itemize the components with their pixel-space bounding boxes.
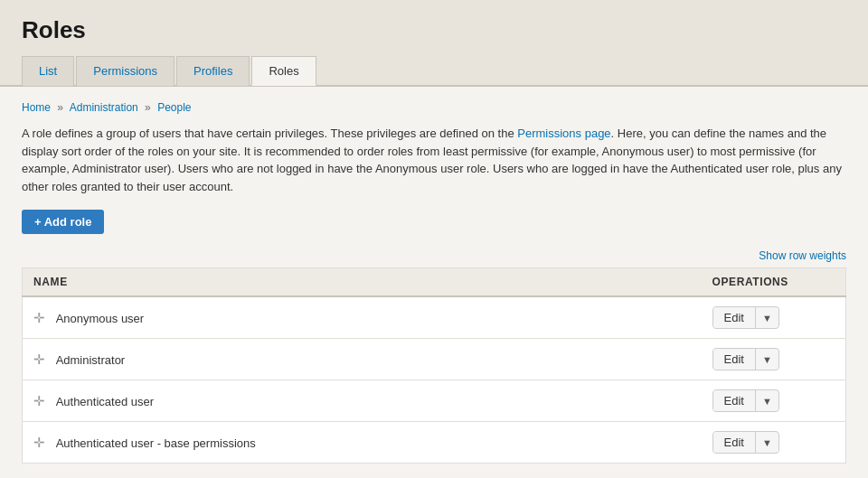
tab-permissions[interactable]: Permissions — [76, 56, 175, 86]
ops-cell-anonymous: Edit ▼ — [702, 296, 846, 339]
table-row: ✛ Authenticated user - base permissions … — [23, 422, 846, 464]
drag-handle-authenticated[interactable]: ✛ — [33, 393, 45, 409]
description-text: A role defines a group of users that hav… — [22, 125, 846, 195]
col-name: NAME — [23, 268, 702, 297]
edit-btn-group-administrator: Edit ▼ — [712, 348, 779, 370]
edit-dropdown-authenticated-base[interactable]: ▼ — [756, 434, 778, 452]
breadcrumb: Home » Administration » People — [22, 101, 846, 114]
description-part1: A role defines a group of users that hav… — [22, 127, 517, 140]
breadcrumb-administration[interactable]: Administration — [70, 101, 138, 114]
role-name-cell: ✛ Authenticated user - base permissions — [23, 422, 702, 464]
ops-cell-authenticated-base: Edit ▼ — [702, 422, 846, 464]
edit-button-authenticated[interactable]: Edit — [713, 390, 756, 411]
table-row: ✛ Authenticated user Edit ▼ — [23, 380, 846, 422]
ops-cell-authenticated: Edit ▼ — [702, 380, 846, 422]
table-row: ✛ Anonymous user Edit ▼ — [23, 296, 846, 339]
col-operations: OPERATIONS — [702, 268, 846, 297]
edit-btn-group-authenticated: Edit ▼ — [712, 389, 779, 412]
show-row-weights-container: Show row weights — [22, 248, 846, 262]
edit-dropdown-administrator[interactable]: ▼ — [756, 351, 778, 369]
role-name-cell: ✛ Administrator — [23, 339, 702, 380]
drag-handle-anonymous[interactable]: ✛ — [33, 310, 45, 326]
tabs-bar: List Permissions Profiles Roles — [0, 55, 868, 86]
edit-button-authenticated-base[interactable]: Edit — [713, 432, 756, 453]
breadcrumb-sep-2: » — [145, 101, 151, 114]
role-name-authenticated-base: Authenticated user - base permissions — [56, 436, 256, 449]
role-name-cell: ✛ Anonymous user — [23, 296, 702, 339]
edit-button-anonymous[interactable]: Edit — [713, 307, 756, 328]
roles-table: NAME OPERATIONS ✛ Anonymous user Edit ▼ — [22, 267, 846, 464]
add-role-button[interactable]: + Add role — [22, 210, 104, 234]
drag-handle-authenticated-base[interactable]: ✛ — [33, 435, 45, 451]
edit-button-administrator[interactable]: Edit — [713, 349, 756, 370]
permissions-page-link[interactable]: Permissions page — [517, 127, 610, 140]
page-title: Roles — [22, 16, 846, 44]
edit-btn-group-authenticated-base: Edit ▼ — [712, 431, 779, 454]
tab-profiles[interactable]: Profiles — [176, 56, 250, 86]
page-wrapper: Roles List Permissions Profiles Roles Ho… — [0, 0, 868, 478]
breadcrumb-people[interactable]: People — [157, 101, 191, 114]
edit-dropdown-anonymous[interactable]: ▼ — [756, 309, 778, 327]
role-name-anonymous: Anonymous user — [56, 311, 145, 324]
show-row-weights-link[interactable]: Show row weights — [759, 249, 846, 262]
main-content: Home » Administration » People A role de… — [0, 86, 868, 478]
breadcrumb-home[interactable]: Home — [22, 101, 51, 114]
tab-list[interactable]: List — [22, 56, 74, 86]
tab-roles[interactable]: Roles — [251, 56, 316, 86]
table-header-row: NAME OPERATIONS — [23, 268, 846, 297]
role-name-cell: ✛ Authenticated user — [23, 380, 702, 422]
drag-handle-administrator[interactable]: ✛ — [33, 351, 45, 368]
edit-btn-group-anonymous: Edit ▼ — [712, 306, 779, 329]
table-header: NAME OPERATIONS — [23, 268, 846, 297]
role-name-administrator: Administrator — [56, 352, 126, 366]
role-name-authenticated: Authenticated user — [56, 394, 154, 408]
table-body: ✛ Anonymous user Edit ▼ ✛ Administrator — [23, 296, 846, 464]
table-row: ✛ Administrator Edit ▼ — [23, 339, 846, 380]
edit-dropdown-authenticated[interactable]: ▼ — [756, 392, 778, 410]
page-title-bar: Roles — [0, 0, 868, 55]
ops-cell-administrator: Edit ▼ — [702, 339, 846, 380]
breadcrumb-sep-1: » — [57, 101, 63, 114]
